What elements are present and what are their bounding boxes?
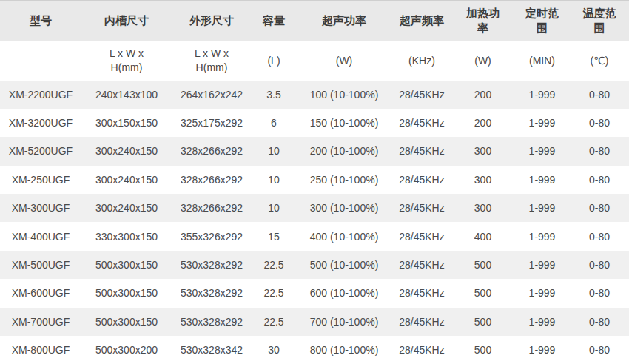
table-cell: 28/45KHz [392,336,451,364]
table-cell: 150 (10-100%) [296,109,392,137]
table-cell: 200 [451,81,514,109]
table-cell: 800 (10-100%) [296,336,392,364]
column-header: 容量 [252,1,296,41]
table-cell: 0-80 [570,251,629,279]
column-header: 温度范 围 [570,1,629,41]
table-cell: 328x266x292 [172,137,252,165]
table-cell: 28/45KHz [392,194,451,222]
model-cell: XM-250UGF [0,166,81,194]
table-cell: 1-999 [514,222,570,250]
column-unit [0,41,81,81]
column-header: 型号 [0,1,81,41]
column-header: 超声频率 [392,1,451,41]
table-cell: 530x328x342 [172,336,252,364]
table-cell: 0-80 [570,222,629,250]
table-cell: 500x300x150 [81,308,172,336]
table-cell: 1-999 [514,279,570,307]
column-header: 定时范 围 [514,1,570,41]
table-cell: 1-999 [514,137,570,165]
model-cell: XM-700UGF [0,308,81,336]
table-row: XM-400UGF330x300x150355x326x29215400 (10… [0,222,629,250]
table-row: XM-5200UGF300x240x150328x266x29210200 (1… [0,137,629,165]
table-cell: 250 (10-100%) [296,166,392,194]
table-cell: 400 [451,222,514,250]
table-row: XM-250UGF300x240x150328x266x29210250 (10… [0,166,629,194]
table-cell: 300x240x150 [81,194,172,222]
model-cell: XM-600UGF [0,279,81,307]
table-row: XM-700UGF500x300x150530x328x29222.5700 (… [0,308,629,336]
table-cell: 1-999 [514,336,570,364]
table-cell: 355x326x292 [172,222,252,250]
table-cell: 28/45KHz [392,308,451,336]
table-cell: 1-999 [514,194,570,222]
table-cell: 240x143x100 [81,81,172,109]
column-unit: (W) [296,41,392,81]
column-unit: (MIN) [514,41,570,81]
table-cell: 328x266x292 [172,166,252,194]
table-cell: 500 [451,279,514,307]
table-cell: 0-80 [570,81,629,109]
table-body: XM-2200UGF240x143x100264x162x2423.5100 (… [0,81,629,364]
table-cell: 300 [451,194,514,222]
table-cell: 1-999 [514,251,570,279]
column-header: 加热功 率 [451,1,514,41]
table-cell: 10 [252,194,296,222]
table-cell: 300x150x150 [81,109,172,137]
table-cell: 3.5 [252,81,296,109]
model-cell: XM-300UGF [0,194,81,222]
table-cell: 500 (10-100%) [296,251,392,279]
column-header: 超声功率 [296,1,392,41]
table-cell: 300 (10-100%) [296,194,392,222]
table-cell: 100 (10-100%) [296,81,392,109]
table-cell: 22.5 [252,251,296,279]
table-cell: 325x175x292 [172,109,252,137]
table-cell: 1-999 [514,308,570,336]
table-header: 型号内槽尺寸外形尺寸容量超声功率超声频率加热功 率定时范 围温度范 围 L x … [0,1,629,81]
model-cell: XM-400UGF [0,222,81,250]
table-cell: 0-80 [570,308,629,336]
table-row: XM-500UGF500x300x150530x328x29222.5500 (… [0,251,629,279]
table-cell: 300x240x150 [81,166,172,194]
table-cell: 400 (10-100%) [296,222,392,250]
table-cell: 500x300x150 [81,251,172,279]
table-cell: 6 [252,109,296,137]
table-cell: 700 (10-100%) [296,308,392,336]
table-cell: 1-999 [514,109,570,137]
table-cell: 0-80 [570,109,629,137]
table-cell: 10 [252,137,296,165]
column-unit: (℃) [570,41,629,81]
column-unit: (W) [451,41,514,81]
table-cell: 500 [451,308,514,336]
table-cell: 1-999 [514,81,570,109]
table-cell: 0-80 [570,194,629,222]
table-row: XM-3200UGF300x150x150325x175x2926150 (10… [0,109,629,137]
table-cell: 330x300x150 [81,222,172,250]
column-header: 外形尺寸 [172,1,252,41]
table-cell: 22.5 [252,308,296,336]
table-cell: 30 [252,336,296,364]
table-cell: 500x300x150 [81,279,172,307]
table-cell: 22.5 [252,279,296,307]
table-cell: 28/45KHz [392,109,451,137]
table-cell: 28/45KHz [392,222,451,250]
table-row: XM-800UGF500x300x200530x328x34230800 (10… [0,336,629,364]
table-cell: 15 [252,222,296,250]
model-cell: XM-500UGF [0,251,81,279]
column-unit: (L) [252,41,296,81]
table-cell: 0-80 [570,336,629,364]
table-cell: 0-80 [570,137,629,165]
table-cell: 28/45KHz [392,279,451,307]
table-cell: 530x328x292 [172,251,252,279]
column-header: 内槽尺寸 [81,1,172,41]
model-cell: XM-3200UGF [0,109,81,137]
spec-table: 型号内槽尺寸外形尺寸容量超声功率超声频率加热功 率定时范 围温度范 围 L x … [0,0,629,364]
table-cell: 500x300x200 [81,336,172,364]
table-cell: 28/45KHz [392,166,451,194]
table-cell: 300x240x150 [81,137,172,165]
table-cell: 530x328x292 [172,308,252,336]
table-cell: 28/45KHz [392,137,451,165]
table-cell: 328x266x292 [172,194,252,222]
table-cell: 28/45KHz [392,81,451,109]
table-cell: 28/45KHz [392,251,451,279]
table-cell: 264x162x242 [172,81,252,109]
